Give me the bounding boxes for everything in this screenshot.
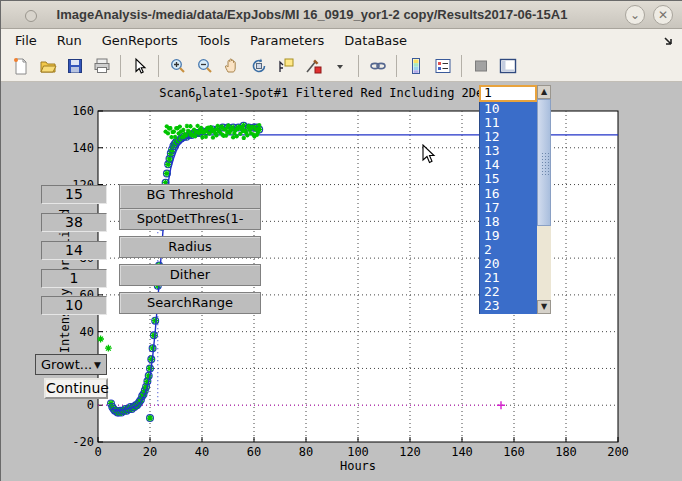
button-radius[interactable]: Radius [119, 236, 261, 258]
new-file-icon[interactable] [9, 56, 32, 77]
window-title: ImageAnalysis-/media/data/ExpJobs/MI 16_… [1, 7, 682, 22]
edit-plot-icon[interactable] [128, 56, 151, 77]
button-label: Dither [170, 267, 210, 282]
list-item-19[interactable]: 19 [480, 229, 537, 243]
field-searchrange[interactable]: 10 [41, 296, 107, 315]
zoom-in-icon[interactable] [166, 56, 189, 77]
title-bar: ImageAnalysis-/media/data/ExpJobs/MI 16_… [1, 1, 682, 29]
field-dither[interactable]: 1 [41, 269, 107, 288]
list-item-13[interactable]: 13 [480, 144, 537, 158]
list-item-16[interactable]: 16 [480, 187, 537, 201]
field-radius[interactable]: 14 [41, 241, 107, 260]
list-item-17[interactable]: 17 [480, 201, 537, 215]
toolbar-separator [120, 55, 121, 77]
print-figure-icon[interactable] [90, 56, 113, 77]
app-window: ImageAnalysis-/media/data/ExpJobs/MI 16_… [0, 0, 682, 481]
window-menu-icon[interactable] [25, 10, 37, 22]
list-item-18[interactable]: 18 [480, 215, 537, 229]
insert-legend-icon[interactable] [431, 56, 454, 77]
growth-model-dropdown-label: Growt... [41, 357, 92, 372]
pan-icon[interactable] [220, 56, 243, 77]
figure-toolbar [1, 51, 682, 82]
spot-number-combo[interactable]: 1 [479, 85, 537, 102]
button-label: BG Threshold [147, 187, 234, 202]
list-scrollbar[interactable]: ▲ ▼ [537, 85, 551, 314]
menu-item-file[interactable]: File [5, 31, 47, 50]
menu-item-genreports[interactable]: GenReports [92, 31, 188, 50]
scroll-down-icon[interactable]: ▼ [537, 300, 551, 314]
toolbar-separator [461, 55, 462, 77]
toolbar-separator [358, 55, 359, 77]
spot-number-list: 10111213141516171819220212223 [479, 102, 537, 314]
link-plots-icon[interactable] [366, 56, 389, 77]
list-item-23[interactable]: 23 [480, 299, 537, 313]
brush-icon[interactable] [301, 56, 324, 77]
field-spotdetthres-1-60-[interactable]: 38 [41, 213, 107, 232]
list-item-15[interactable]: 15 [480, 172, 537, 186]
list-item-21[interactable]: 21 [480, 271, 537, 285]
chevron-down-icon: ▼ [94, 360, 101, 370]
list-item-20[interactable]: 20 [480, 257, 537, 271]
button-label: SearchRange [147, 295, 233, 310]
open-file-icon[interactable] [36, 56, 59, 77]
field-bg-threshold[interactable]: 15 [41, 185, 107, 204]
list-item-12[interactable]: 12 [480, 130, 537, 144]
growth-model-dropdown[interactable]: Growt... ▼ [35, 354, 107, 375]
save-figure-icon[interactable] [63, 56, 86, 77]
list-item-22[interactable]: 22 [480, 285, 537, 299]
show-plot-tools-icon[interactable] [496, 56, 519, 77]
list-item-11[interactable]: 11 [480, 116, 537, 130]
mouse-cursor [422, 144, 436, 164]
scrollbar-grip [541, 152, 549, 176]
button-dither[interactable]: Dither [119, 264, 261, 286]
shade-window-button[interactable]: ⌄ [625, 5, 645, 25]
dock-figure-icon[interactable] [663, 35, 675, 47]
continue-button[interactable]: Continue [44, 378, 108, 399]
list-item-2[interactable]: 2 [480, 243, 537, 257]
button-label: Radius [168, 239, 212, 254]
toolbar-separator [396, 55, 397, 77]
menu-bar: FileRunGenReportsToolsParametersDataBase [1, 29, 682, 51]
brush-caret-icon[interactable] [328, 56, 351, 77]
menu-item-parameters[interactable]: Parameters [240, 31, 334, 50]
button-label: SpotDetThres(1-60%) [137, 211, 244, 230]
zoom-out-icon[interactable] [193, 56, 216, 77]
button-searchrange[interactable]: SearchRange [119, 292, 261, 314]
rotate-3d-icon[interactable] [247, 56, 270, 77]
button-spotdetthres-1-60-[interactable]: SpotDetThres(1-60%) [119, 208, 261, 230]
menu-item-tools[interactable]: Tools [188, 31, 240, 50]
scrollbar-thumb[interactable] [537, 99, 551, 226]
list-item-10[interactable]: 10 [480, 102, 537, 116]
menu-item-database[interactable]: DataBase [334, 31, 417, 50]
close-window-button[interactable]: ✕ [653, 5, 673, 25]
list-item-14[interactable]: 14 [480, 158, 537, 172]
hide-plot-tools-icon[interactable] [469, 56, 492, 77]
scroll-up-icon[interactable]: ▲ [537, 85, 551, 99]
insert-colorbar-icon[interactable] [404, 56, 427, 77]
menu-item-run[interactable]: Run [47, 31, 92, 50]
toolbar-separator [158, 55, 159, 77]
data-cursor-icon[interactable] [274, 56, 297, 77]
